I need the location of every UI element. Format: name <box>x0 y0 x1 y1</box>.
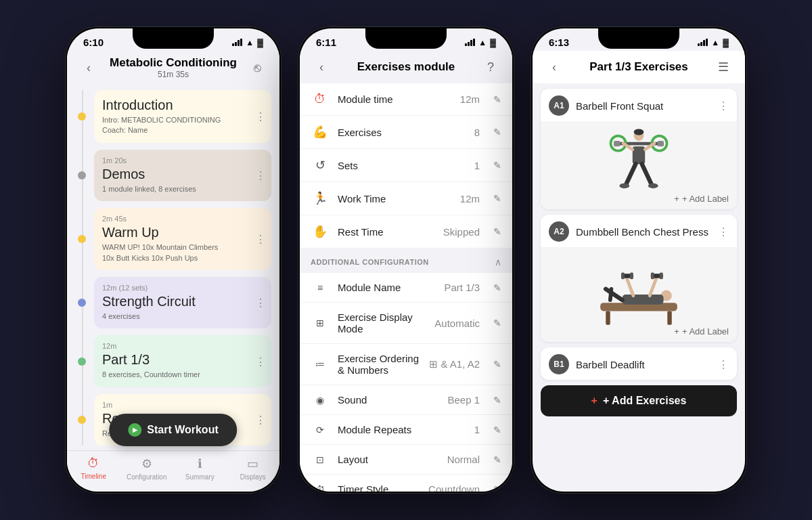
timeline-dot-part <box>78 358 86 366</box>
list-icon[interactable]: ☰ <box>713 56 734 78</box>
exercise-card-a2[interactable]: A2 Dumbbell Bench Chest Press ⋮ <box>541 215 737 342</box>
edit-icon-exercises[interactable]: ✎ <box>493 127 501 137</box>
tab-displays[interactable]: ▭ Displays <box>227 456 280 481</box>
timeline-dot-demos <box>78 171 86 179</box>
add-exercises-button[interactable]: + + Add Exercises <box>541 385 737 416</box>
module-row-ordering[interactable]: ≔ Exercise Ordering & Numbers ⊞ & A1, A2… <box>300 344 512 385</box>
edit-icon-sets[interactable]: ✎ <box>493 160 501 171</box>
svg-rect-0 <box>614 142 664 146</box>
back-icon[interactable]: ‹ <box>78 57 99 79</box>
timeline-item-warmup: 2m 45s Warm Up WARM UP! 10x Mountain Cli… <box>94 208 271 270</box>
exercise-badge-a1: A1 <box>549 95 569 116</box>
timeline-dot-recovery <box>78 416 86 424</box>
edit-icon-display[interactable]: ✎ <box>493 318 501 328</box>
card-menu-demos[interactable]: ⋮ <box>255 169 266 181</box>
exercises-label: Exercises <box>338 127 466 138</box>
svg-rect-28 <box>660 273 663 280</box>
module-name-label: Module Name <box>338 282 436 293</box>
edit-icon-layout[interactable]: ✎ <box>493 454 501 465</box>
card-menu-intro[interactable]: ⋮ <box>255 110 266 123</box>
add-label-btn-a2[interactable]: + + Add Label <box>674 326 729 337</box>
module-row-layout[interactable]: ⊡ Layout Normal ✎ <box>300 445 512 475</box>
edit-icon-sound[interactable]: ✎ <box>493 395 501 406</box>
tab-configuration[interactable]: ⚙ Configuration <box>120 456 174 481</box>
status-time-1: 6:10 <box>83 37 104 48</box>
card-time-warmup: 2m 45s <box>102 215 263 223</box>
module-row-worktime[interactable]: 🏃 Work Time 12m ✎ <box>300 182 512 215</box>
timeline-card-intro[interactable]: Introduction Intro: METABOLIC CONDITIONI… <box>94 90 271 143</box>
add-label-text-a1: + Add Label <box>682 194 729 204</box>
module-row-name[interactable]: ≡ Module Name Part 1/3 ✎ <box>300 273 512 303</box>
card-menu-recovery[interactable]: ⋮ <box>255 413 266 426</box>
wifi-icon: ▲ <box>246 38 254 47</box>
edit-icon-time[interactable]: ✎ <box>493 94 501 105</box>
status-bar-3: 6:13 ▲ ▓ <box>533 28 745 51</box>
timeline-card-demos[interactable]: 1m 20s Demos 1 module linked, 8 exercise… <box>94 150 271 201</box>
card-menu-strength[interactable]: ⋮ <box>255 297 266 309</box>
module-row-sound[interactable]: ◉ Sound Beep 1 ✎ <box>300 385 512 415</box>
add-label-icon-a2: + <box>674 326 679 337</box>
status-time-3: 6:13 <box>549 37 569 48</box>
module-row-repeats[interactable]: ⟳ Module Repeats 1 ✎ <box>300 415 512 445</box>
exercises-header-title: Part 1/3 Exercises <box>589 60 688 74</box>
wifi-icon-3: ▲ <box>711 38 719 47</box>
display-label: Exercise Display Mode <box>338 311 426 334</box>
timeline-card-warmup[interactable]: 2m 45s Warm Up WARM UP! 10x Mountain Cli… <box>94 208 271 270</box>
timer-icon: ⏱ <box>311 92 330 106</box>
additional-config-header: ADDITIONAL CONFIGURATION ∧ <box>300 248 512 273</box>
edit-icon-timer[interactable]: ✎ <box>493 484 501 492</box>
timeline-scroll: Introduction Intro: METABOLIC CONDITIONI… <box>67 85 279 450</box>
add-exercises-label: + Add Exercises <box>603 395 686 407</box>
exercise-card-b1[interactable]: B1 Barbell Deadlift ⋮ <box>541 347 737 380</box>
displays-icon: ▭ <box>247 456 258 471</box>
module-row-display[interactable]: ⊞ Exercise Display Mode Automatic ✎ <box>300 303 512 344</box>
start-workout-button[interactable]: ▶ Start Workout <box>109 414 237 446</box>
edit-icon-worktime[interactable]: ✎ <box>493 193 501 204</box>
add-label-btn-a1[interactable]: + + Add Label <box>674 194 729 204</box>
resttime-label: Rest Time <box>338 226 435 238</box>
module-row-resttime[interactable]: ✋ Rest Time Skipped ✎ <box>300 215 512 248</box>
configuration-icon: ⚙ <box>141 456 152 471</box>
card-menu-warmup[interactable]: ⋮ <box>255 233 266 246</box>
back-icon-3[interactable]: ‹ <box>543 56 565 78</box>
edit-icon-resttime[interactable]: ✎ <box>493 226 501 237</box>
exercise-menu-a1[interactable]: ⋮ <box>718 100 729 112</box>
edit-icon-name[interactable]: ✎ <box>493 282 501 293</box>
module-row-exercises[interactable]: 💪 Exercises 8 ✎ <box>300 116 512 149</box>
module-row-time[interactable]: ⏱ Module time 12m ✎ <box>300 83 512 116</box>
exercises-icon: 💪 <box>311 125 330 139</box>
card-time-part: 12m <box>102 342 263 350</box>
back-icon-2[interactable]: ‹ <box>311 56 332 78</box>
display-value: Automatic <box>434 318 480 329</box>
card-desc-warmup: WARM UP! 10x Mountain Climbers10x Butt K… <box>102 242 263 263</box>
timeline-card-part[interactable]: 12m Part 1/3 8 exercises, Countdown time… <box>94 335 271 387</box>
card-menu-part[interactable]: ⋮ <box>255 355 266 368</box>
module-time-value: 12m <box>460 93 480 105</box>
share-icon[interactable]: ⎋ <box>247 57 269 79</box>
edit-icon-repeats[interactable]: ✎ <box>493 425 501 435</box>
edit-icon-ordering[interactable]: ✎ <box>493 359 501 370</box>
tab-timeline[interactable]: ⏱ Timeline <box>67 456 120 481</box>
module-row-sets[interactable]: ↺ Sets 1 ✎ <box>300 149 512 182</box>
svg-rect-7 <box>633 146 645 164</box>
timeline-card-strength[interactable]: 12m (12 sets) Strength Circuit 4 exercis… <box>94 277 271 328</box>
exercise-menu-a2[interactable]: ⋮ <box>718 225 729 238</box>
card-time-demos: 1m 20s <box>102 156 263 165</box>
play-icon: ▶ <box>128 423 141 437</box>
layout-icon: ⊡ <box>311 454 330 465</box>
help-icon[interactable]: ? <box>480 56 501 78</box>
collapse-icon[interactable]: ∧ <box>495 257 501 267</box>
exercise-menu-b1[interactable]: ⋮ <box>718 358 729 371</box>
module-row-timer[interactable]: ⏱ Timer Style Countdown ✎ <box>300 475 512 492</box>
status-icons-1: ▲ ▓ <box>232 38 263 47</box>
status-time-2: 6:11 <box>316 37 336 48</box>
ordering-icon: ≔ <box>311 359 330 370</box>
exercise-card-a1[interactable]: A1 Barbell Front Squat ⋮ <box>541 89 737 209</box>
worktime-label: Work Time <box>338 193 452 204</box>
add-label-text-a2: + Add Label <box>682 326 729 337</box>
card-desc-strength: 4 exercises <box>102 311 263 322</box>
bottom-tabs-1: ⏱ Timeline ⚙ Configuration ℹ Summary ▭ D… <box>67 450 279 492</box>
exercise-image-a1: + + Add Label <box>541 121 737 209</box>
sound-label: Sound <box>338 394 439 406</box>
tab-summary[interactable]: ℹ Summary <box>173 456 227 481</box>
